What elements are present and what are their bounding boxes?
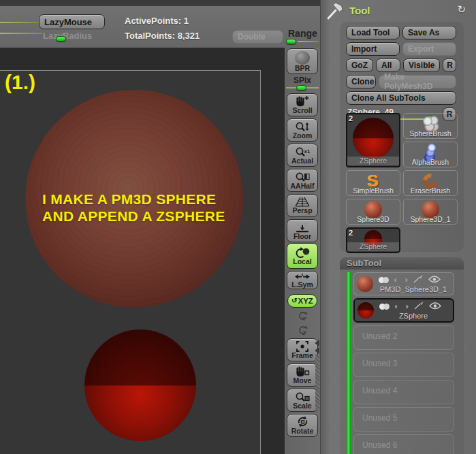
subtool-scroll-bar[interactable]: [347, 272, 351, 454]
lazymouse-button[interactable]: LazyMouse: [39, 14, 105, 29]
toolbar-button-label: Actual: [291, 157, 313, 165]
load-tool-button[interactable]: Load Tool: [346, 26, 400, 39]
toolbar-button-rotate[interactable]: Rotate: [287, 414, 318, 437]
toolbar-button-label: Rotate: [291, 427, 314, 435]
toolbar-button-label: Floor: [293, 233, 311, 240]
thumbnail-label: SphereBrush: [404, 129, 457, 137]
tool-thumbnail-simplebrush[interactable]: SSimpleBrush: [346, 170, 400, 196]
lazyradius-slider-track: [0, 33, 42, 34]
subtool-palette-title[interactable]: SubTool: [340, 257, 464, 270]
lazyradius-label: LazyRadius: [43, 31, 92, 41]
subtool-thumbnail: [358, 302, 374, 319]
lazymouse-slider-track: [0, 22, 39, 23]
top-status-bar: LazyMouse LazyRadius ActivePoints: 1 Tot…: [0, 0, 320, 48]
thumbnail-label: EraserBrush: [404, 187, 457, 195]
save-as-button[interactable]: Save As: [402, 26, 456, 39]
tool-thumbnails: 2 ZSphere SphereBrushAlphaBrushSSimpleBr…: [346, 113, 456, 253]
subtool-palette: SubTool ◐◑PM3D_Sphere3D_1◐◑ZSphereUnused…: [340, 257, 464, 454]
paint-toggle-icon[interactable]: [414, 300, 424, 312]
subtool-item-pm3dsphere3d1[interactable]: ◐◑PM3D_Sphere3D_1: [353, 272, 454, 295]
tool-thumbnail-zsphere[interactable]: 2ZSphere: [346, 227, 400, 253]
document-area[interactable]: (1.) I MAKE A PM3D SPHERE AND APPEND A Z…: [0, 70, 261, 454]
export-button[interactable]: Export: [402, 42, 456, 56]
subtool-item-zsphere[interactable]: ◐◑ZSphere: [353, 298, 454, 323]
toolbar-button-lsym[interactable]: L.Sym: [287, 271, 318, 289]
lazyradius-slider-handle[interactable]: [56, 36, 66, 42]
toolbar-button-scale[interactable]: Scale: [287, 389, 318, 412]
subtool-item-icons: ◐◑: [379, 275, 451, 285]
rotate-y-icon[interactable]: Y: [297, 310, 308, 322]
hand-scroll-icon: [295, 95, 310, 107]
contrast-toggle-icon[interactable]: ◑: [403, 276, 408, 284]
toolbar-button-label: Move: [293, 377, 312, 385]
thumbnail-badge: 2: [349, 229, 353, 237]
toolbar-button-label: Frame: [291, 352, 313, 359]
toolbar-button-actual[interactable]: x1Actual: [287, 144, 318, 167]
slider-handle[interactable]: [296, 85, 306, 91]
paint-toggle-icon[interactable]: [413, 274, 424, 286]
restore-config-icon[interactable]: ↻: [457, 3, 466, 16]
make-polymesh3d-button[interactable]: Make PolyMesh3D: [379, 75, 456, 88]
toolbar-button-label: BPR: [295, 65, 310, 72]
toolbar-button-label: XYZ: [298, 297, 313, 305]
tool-thumbnail-spherebrush[interactable]: SphereBrush: [403, 113, 458, 139]
zsphere-model[interactable]: [84, 329, 196, 441]
right-tray: Tool ↻ Load Tool Save As Import Export G…: [320, 0, 476, 454]
visibility-eye-icon[interactable]: [428, 274, 441, 286]
goz-visible-button[interactable]: Visible: [403, 59, 440, 72]
toolbar-button-bpr[interactable]: BPR: [287, 48, 318, 74]
double-button[interactable]: Double: [232, 30, 283, 44]
toolbar-slider-label: SPix: [285, 76, 320, 85]
toolbar-button-label: Persp: [292, 207, 312, 214]
toolbar-button-move[interactable]: Move: [287, 363, 318, 387]
subtool-item-icons: ◐◑: [379, 302, 450, 311]
canvas-annotation: I MAKE A PM3D SPHERE AND APPEND A ZSPHER…: [42, 191, 225, 225]
viewport-canvas[interactable]: (1.) I MAKE A PM3D SPHERE AND APPEND A Z…: [0, 48, 285, 454]
toolbar-button-aahalf[interactable]: AAHalf: [287, 169, 318, 192]
subtool-unused-slot[interactable]: Unused 6: [353, 434, 454, 454]
visibility-eye-icon[interactable]: [429, 300, 441, 312]
thumbnail-badge: 2: [349, 114, 353, 123]
magnifier-updown-icon: [295, 121, 310, 132]
toolbar-button-xyz[interactable]: ↺XYZ: [287, 294, 317, 308]
toolbar-button-zoom[interactable]: Zoom: [287, 118, 318, 142]
uv-toggle-icon[interactable]: ◐: [394, 276, 398, 284]
contrast-toggle-icon[interactable]: ◑: [404, 302, 409, 310]
rotate-z-icon[interactable]: Z: [297, 325, 308, 336]
goz-r-button[interactable]: R: [443, 59, 456, 72]
local-pivot-icon: [295, 247, 310, 258]
tool-thumbnail-sphere3d[interactable]: Sphere3D: [346, 199, 400, 225]
goz-all-button[interactable]: All: [376, 59, 400, 72]
toolbar-button-persp[interactable]: Persp: [287, 194, 318, 217]
subtool-unused-slot[interactable]: Unused 4: [353, 380, 454, 404]
subtool-unused-slot[interactable]: Unused 2: [353, 325, 454, 350]
subtool-unused-slot[interactable]: Unused 3: [353, 353, 454, 377]
subtool-unused-slot[interactable]: Unused 5: [353, 407, 454, 432]
annotation-line-1: I MAKE A PM3D SPHERE: [42, 191, 225, 208]
tool-thumbnail-eraserbrush[interactable]: EraserBrush: [403, 170, 458, 196]
toolbar-button-label: Zoom: [293, 132, 313, 140]
goz-button[interactable]: GoZ: [346, 59, 373, 72]
toolbar-button-floor[interactable]: XYZFloor: [287, 219, 318, 242]
tool-thumbnail-alphabrush[interactable]: AlphaBrush: [403, 142, 458, 167]
clone-button[interactable]: Clone: [346, 75, 376, 88]
toolbar-button-label: L.Sym: [291, 281, 313, 289]
active-points-readout: ActivePoints: 1: [125, 16, 189, 26]
magnifier-scale-icon: [295, 391, 310, 402]
toolbar-button-scroll[interactable]: Scroll: [287, 93, 318, 116]
tool-thumbnail-sphere3d1[interactable]: Sphere3D_1: [403, 199, 458, 225]
tray-drag-texture: [315, 355, 319, 409]
toolbar-button-frame[interactable]: Frame: [287, 338, 318, 361]
uv-toggle-icon[interactable]: ◐: [394, 302, 399, 310]
rotate-curve-icon: ↺: [291, 297, 297, 304]
polypaint-icon[interactable]: [379, 277, 389, 283]
range-slider-handle[interactable]: [286, 39, 296, 44]
svg-text:Z: Z: [302, 330, 306, 336]
clone-all-subtools-button[interactable]: Clone All SubTools: [346, 91, 456, 105]
polypaint-icon[interactable]: [379, 304, 390, 310]
subtool-item-label: ZSphere: [374, 312, 453, 320]
tool-thumbnail-zsphere-selected[interactable]: 2 ZSphere: [346, 113, 400, 167]
toolbar-button-local[interactable]: Local: [287, 243, 318, 269]
toolbar-slider-spix[interactable]: SPix: [285, 76, 320, 91]
import-button[interactable]: Import: [346, 42, 400, 56]
